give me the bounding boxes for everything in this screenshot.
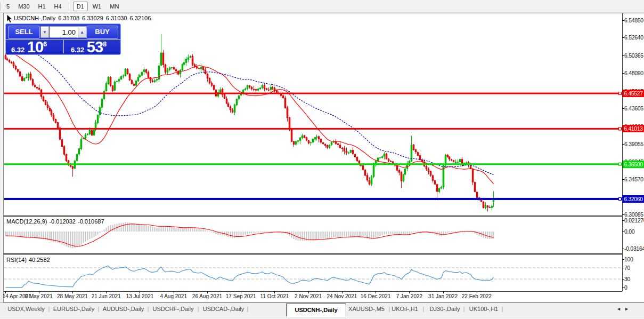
date-tick-label: 16 Dec 2021 (361, 293, 391, 299)
hline-price-label[interactable]: 6.41013 (623, 125, 644, 132)
tab-separator: | (48, 306, 50, 312)
chart-title: USDCNH-,Daily6.317086.330296.310306.3210… (14, 15, 153, 21)
date-tick-label: 31 Jan 2022 (428, 293, 458, 299)
tab-eurusd-daily[interactable]: EURUSD-,Daily (53, 306, 95, 312)
bid-price[interactable]: 6.32 106 (11, 39, 47, 55)
volume-input[interactable] (50, 26, 78, 38)
date-tick-label: 22 Feb 2022 (462, 293, 492, 299)
macd-label: MACD(12,26,9)-0.012032-0.010687 (6, 218, 107, 225)
rsi-axis-label: 0 (624, 284, 627, 291)
hline-price-label[interactable]: 6.32060 (623, 195, 644, 203)
date-tick-label: 21 Jun 2021 (92, 293, 121, 299)
volume-decrease-button[interactable]: ▼ (40, 26, 49, 38)
macd-axis-label: 0.00 (624, 228, 634, 235)
rsi-value: 40.2582 (29, 257, 50, 263)
date-tick-label: 17 Sep 2021 (226, 293, 256, 299)
date-tick-label: 24 Nov 2021 (327, 293, 357, 299)
volume-increase-button[interactable]: ▲ (78, 26, 86, 38)
date-tick-label: 28 May 2021 (57, 293, 88, 299)
tab-separator: | (198, 306, 199, 312)
panel-divider-vertical (63, 40, 64, 53)
price-tick-label: 6.50365 (624, 52, 643, 59)
macd-name: MACD(12,26,9) (6, 218, 47, 225)
date-tick-label: 11 Oct 2021 (260, 293, 289, 299)
tab-uk100-h1[interactable]: UK100-,H1 (469, 306, 498, 312)
ohlc-high: 6.33029 (82, 15, 103, 21)
sell-button[interactable]: SELL (8, 26, 40, 39)
rsi-axis-label: 30 (624, 276, 630, 282)
tab-separator: | (463, 306, 465, 312)
price-tick-label: 6.34570 (624, 176, 643, 182)
tab-usdcad-daily[interactable]: USDCAD-,Daily (203, 306, 244, 312)
tab-separator: | (423, 306, 425, 312)
date-tick-label: 26 Aug 2021 (192, 293, 222, 299)
macd-value-main: -0.012032 (49, 218, 76, 225)
tab-separator: | (502, 306, 503, 312)
ohlc-low: 6.31030 (106, 15, 127, 21)
date-tick-label: 2 Nov 2021 (295, 293, 322, 299)
mouse-cursor-icon (6, 14, 13, 23)
tab-usdchf-daily[interactable]: USDCHF-,Daily (153, 306, 194, 312)
ohlc-open: 6.31708 (58, 15, 79, 21)
ohlc-close: 6.32106 (130, 15, 151, 21)
tab-dj30-daily[interactable]: DJ30-,Daily (430, 306, 460, 312)
rsi-name: RSI(14) (6, 257, 27, 263)
date-tick-label: 4 Aug 2021 (160, 293, 187, 299)
tab-usdx-weekly[interactable]: USDX,Weekly (7, 306, 44, 312)
symbol-tabstrip: USDX,WeeklyEURUSD-,DailyAUDUSD-,DailyUSD… (0, 302, 644, 316)
tab-separator: | (247, 306, 249, 312)
ask-price-sup: 8 (103, 40, 107, 48)
date-tick-label: 13 Jul 2021 (126, 293, 154, 299)
tab-ukoil-h1[interactable]: UKOil-,H1 (392, 306, 418, 312)
rsi-axis-label: 100 (624, 256, 633, 262)
date-tick-label: 7 Jan 2022 (396, 293, 423, 299)
rsi-axis-label: 70 (624, 265, 630, 271)
tab-xauusd-m5[interactable]: XAUUSD-,M5 (348, 306, 385, 312)
price-tick-label: 6.52640 (624, 34, 643, 41)
ask-price-big: 53 (87, 38, 103, 55)
bid-price-big: 10 (27, 38, 43, 55)
macd-axis-label: -0.031644 (624, 245, 644, 252)
buy-button[interactable]: BUY (86, 26, 118, 39)
macd-value-signal: -0.010687 (78, 218, 104, 225)
mt4-window: 5M30H1H4D1W1MN USDCNH-,Daily6.317086.330… (0, 0, 644, 319)
bid-price-small: 6.32 (11, 46, 25, 54)
price-tick-label: 6.43605 (624, 105, 643, 111)
price-tick-label: 6.48090 (624, 70, 643, 76)
ask-price-small: 6.32 (71, 46, 84, 54)
tabs-scroll-right-icon[interactable]: ► (624, 306, 629, 312)
macd-axis-label: 0.021276 (624, 217, 644, 224)
bid-price-sup: 6 (43, 40, 47, 48)
hline-price-label[interactable]: 6.36500 (623, 161, 644, 168)
rsi-label: RSI(14)40.2582 (6, 257, 52, 263)
tab-audusd-daily[interactable]: AUDUSD-,Daily (103, 306, 144, 312)
tab-separator: | (389, 306, 390, 312)
tabs-scroll-left-icon[interactable]: ◄ (616, 306, 621, 312)
ask-price[interactable]: 6.32 538 (71, 39, 107, 55)
tab-separator: | (98, 306, 100, 312)
price-tick-label: 6.39055 (624, 141, 643, 147)
tab-usdcnh-daily[interactable]: USDCNH-,Daily (286, 304, 346, 316)
tab-separator: | (148, 306, 149, 312)
hline-price-label[interactable]: 6.45527 (623, 90, 644, 97)
chart-symbol-period: USDCNH-,Daily (14, 15, 55, 21)
date-tick-label: 6 May 2021 (25, 293, 53, 299)
one-click-trade-panel: SELL ▼ ▲ BUY 6.32 106 6.32 538 (5, 23, 121, 55)
price-tick-label: 6.54850 (624, 17, 643, 23)
